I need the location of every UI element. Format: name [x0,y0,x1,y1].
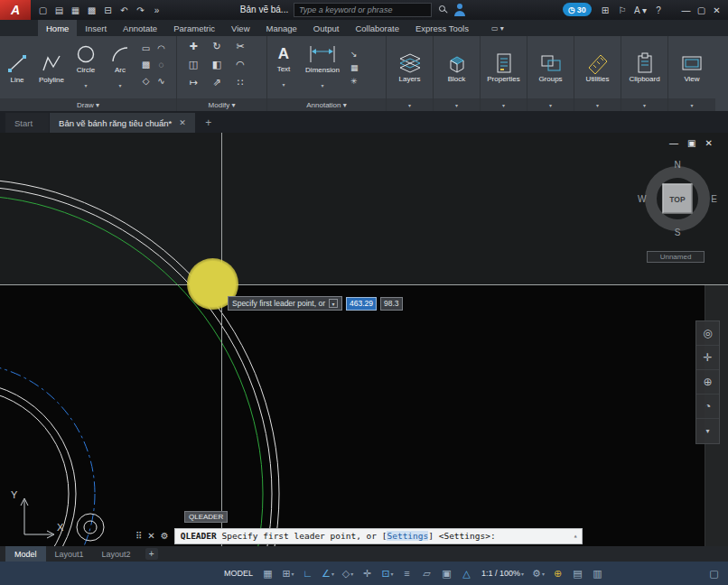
ribbon-tab[interactable]: Collaborate [347,20,407,36]
annotation-scale-icon[interactable]: △ [457,564,477,582]
copy-icon[interactable]: ◫ [189,59,198,77]
mirror-icon[interactable]: ◧ [212,59,221,77]
plot-icon[interactable]: ⊟ [101,3,115,17]
viewcube[interactable]: N S W E TOP [637,158,718,239]
clean-screen-icon[interactable]: ▢ [705,564,724,582]
command-history-icon[interactable]: ▴ [574,532,578,540]
new-drawing-icon[interactable]: ▢ [36,3,50,17]
annotation-monitor-icon[interactable]: ⊕ [548,564,568,582]
navigation-wheel-icon[interactable]: ◎ [696,321,719,346]
orbit-icon[interactable]: ◔ [696,395,719,419]
annotation-scale-button[interactable]: 1:1 / 100% ▾ [477,564,528,582]
annotation-panel-title[interactable]: Annotation ▾ [267,98,386,111]
trim-icon[interactable]: ✂ [236,41,244,59]
ribbon-tab[interactable]: Insert [77,20,115,36]
ribbon-tab[interactable]: Parametric [165,20,223,36]
minimize-button[interactable]: — [678,5,694,15]
file-tab[interactable]: Bản vẽ bánh răng tiêu chuẩn* ✕ [50,113,195,133]
viewport-close-icon[interactable]: ✕ [705,138,712,148]
object-snap-icon[interactable]: ⊡ ▾ [378,564,397,582]
fillet-icon[interactable]: ◠ [236,59,245,77]
redo-icon[interactable]: ↷ [134,3,147,17]
groups-panel-expander[interactable] [527,98,574,111]
viewcube-north[interactable]: N [674,160,680,170]
snap-mode-icon[interactable]: ⊞ ▾ [278,564,298,582]
ribbon-tab[interactable]: Annotate [115,20,165,36]
command-grip-icon[interactable]: ⠿ [135,531,142,541]
search-input[interactable] [294,5,431,14]
arc-caret-icon[interactable] [118,75,121,91]
pan-icon[interactable]: ✛ [696,346,719,370]
view-button[interactable]: View [668,36,715,98]
undo-icon[interactable]: ↶ [117,3,131,17]
application-menu-button[interactable]: A [0,0,31,20]
utilities-button[interactable]: Utilities [574,36,621,98]
sign-in-icon[interactable] [453,4,465,16]
viewport-restore-icon[interactable]: ▣ [687,138,695,148]
table-icon[interactable]: ▦ [350,63,359,72]
new-tab-button[interactable]: + [201,115,217,131]
clipboard-button[interactable]: Clipboard [621,36,667,98]
trial-countdown-badge[interactable]: ◷ 30 [563,3,592,16]
line-button[interactable]: Line [0,36,34,98]
ribbon-tab[interactable]: Output [305,20,348,36]
ellipse-icon[interactable]: ◌ [159,60,164,76]
command-line-input[interactable]: QLEADER Specify first leader point, or [… [174,528,583,544]
layout-tab[interactable]: Model [5,546,46,562]
command-customize-icon[interactable]: ⚙ [161,531,169,541]
polygon-icon[interactable]: ◇ [143,76,150,92]
utilities-panel-expander[interactable] [574,98,621,111]
circle-caret-icon[interactable] [84,75,87,91]
ribbon-tab[interactable]: View [223,20,257,36]
file-tab[interactable]: Start [5,113,49,133]
object-snap-tracking-icon[interactable]: ✛ [358,564,378,582]
array-icon[interactable]: ∷ [238,77,244,95]
arc-button[interactable]: Arc [103,36,137,98]
dynamic-input-y-field[interactable]: 98.3 [380,297,403,311]
markup-icon[interactable]: ✳ [350,77,359,86]
text-caret-icon[interactable] [282,74,285,90]
block-button[interactable]: Block [434,36,480,98]
maximize-button[interactable]: ▢ [694,5,709,15]
help-icon[interactable]: ? [653,5,664,15]
save-as-icon[interactable]: ▩ [85,3,98,17]
hatch-icon[interactable]: ▩ [142,60,150,76]
modify-panel-title[interactable]: Modify ▾ [177,98,266,111]
leader-icon[interactable]: ↘ [350,50,359,59]
viewcube-top-face[interactable]: TOP [663,184,693,214]
zoom-icon[interactable]: ⊕ [696,370,719,395]
customize-quick-access-icon[interactable]: » [150,3,163,17]
text-button[interactable]: A Text [267,36,300,98]
save-icon[interactable]: ▦ [69,3,82,17]
account-icon[interactable]: A ▾ [634,5,647,15]
ribbon-tab[interactable]: Express Tools [407,20,477,36]
quick-properties-icon[interactable]: ▥ [588,564,608,582]
move-icon[interactable]: ✚ [189,41,197,59]
block-panel-expander[interactable] [434,98,480,111]
properties-panel-expander[interactable] [481,98,527,111]
stretch-icon[interactable]: ↦ [189,77,197,95]
layers-panel-expander[interactable] [387,98,433,111]
transparency-icon[interactable]: ▱ [417,564,437,582]
rectangle-icon[interactable]: ▭ [142,43,150,60]
command-close-icon[interactable]: ✕ [147,531,154,541]
circle-button[interactable]: Circle [69,36,103,98]
app-store-icon[interactable]: ⊞ [600,5,611,15]
new-layout-button[interactable]: + [145,548,158,560]
rotate-icon[interactable]: ↻ [212,41,220,59]
close-tab-icon[interactable]: ✕ [179,118,186,127]
polar-tracking-icon[interactable]: ∠ ▾ [318,564,338,582]
view-name-badge[interactable]: Unnamed [647,251,705,263]
command-option-settings[interactable]: Settings [387,531,428,541]
ortho-icon[interactable]: ∟ [298,564,318,582]
viewcube-south[interactable]: S [675,228,681,237]
workspace-gear-icon[interactable]: ⚙ ▾ [528,564,548,582]
draw-panel-title[interactable]: Draw ▾ [0,98,176,111]
viewport-minimize-icon[interactable]: — [669,138,678,148]
properties-button[interactable]: Properties [481,36,527,98]
clipboard-panel-expander[interactable] [621,98,667,111]
search-icon[interactable] [439,5,445,12]
ribbon-tab[interactable]: Manage [258,20,305,36]
ribbon-options-button[interactable]: ▭ ▾ [491,24,504,32]
spline-icon[interactable]: ∿ [157,76,164,92]
